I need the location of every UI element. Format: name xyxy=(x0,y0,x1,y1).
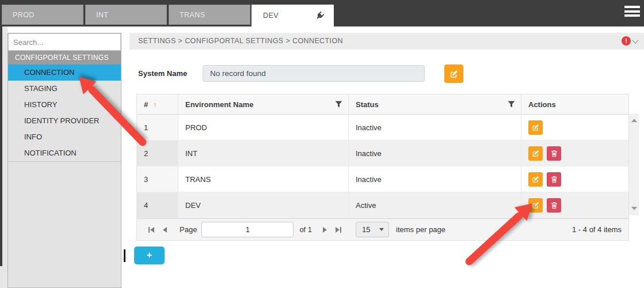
next-page-button[interactable] xyxy=(318,223,331,236)
breadcrumb: SETTINGS > CONFIGPORTAL SETTINGS > CONNE… xyxy=(129,33,644,50)
items-range-label: 1 - 4 of 4 items xyxy=(572,225,622,234)
sidebar-item-info[interactable]: INFO xyxy=(8,129,121,145)
actions-cell xyxy=(521,166,628,192)
status-cell: Inactive xyxy=(349,166,521,192)
trash-icon xyxy=(551,176,558,183)
row-number-cell: 1 xyxy=(137,115,178,140)
first-page-button[interactable] xyxy=(144,223,158,236)
delete-button[interactable] xyxy=(547,198,561,213)
previous-page-button[interactable] xyxy=(158,223,172,236)
sidebar-item-connection[interactable]: CONNECTION xyxy=(8,65,121,81)
environment-name-cell: TRANS xyxy=(178,166,349,192)
left-accent-strip xyxy=(0,26,2,266)
table-body: 1 PROD Inactive xyxy=(137,115,628,218)
table-row: 2 INT Inactive xyxy=(137,141,628,166)
sidebar-item-history[interactable]: HISTORY xyxy=(8,97,121,113)
sidebar-section-header: CONFIGPORTAL SETTINGS xyxy=(8,51,121,65)
tab-label: INT xyxy=(96,11,108,19)
actions-cell xyxy=(521,141,628,166)
column-header-actions: Actions xyxy=(521,94,628,114)
chevron-down-icon xyxy=(379,228,384,231)
page-number-input[interactable] xyxy=(201,222,294,237)
delete-button[interactable] xyxy=(547,146,561,161)
status-cell: Active xyxy=(349,192,521,218)
table-row: 3 TRANS Inactive xyxy=(137,166,628,192)
row-number-cell: 3 xyxy=(137,166,178,192)
pagination-bar: Page of 1 15 items per page 1 - 4 of 4 i… xyxy=(137,218,628,240)
items-per-page-label: items per page xyxy=(396,225,445,234)
column-header-environment-name[interactable]: Environment Name xyxy=(178,94,349,114)
edit-icon xyxy=(532,150,539,157)
env-tab-trans[interactable]: TRANS xyxy=(169,5,250,25)
environment-name-cell: DEV xyxy=(178,192,349,218)
scroll-down-icon[interactable] xyxy=(631,207,637,210)
edit-icon xyxy=(532,202,539,209)
hamburger-menu-icon[interactable] xyxy=(624,6,640,18)
plug-icon xyxy=(315,11,325,21)
column-label: Status xyxy=(356,100,379,109)
edit-button[interactable] xyxy=(528,198,543,213)
table-row: 4 DEV Active xyxy=(137,192,628,218)
environment-name-cell: PROD xyxy=(178,115,349,140)
env-tab-prod[interactable]: PROD xyxy=(2,5,83,25)
filter-icon[interactable] xyxy=(335,101,342,108)
column-header-number[interactable]: # ↑ xyxy=(137,94,178,114)
row-number-cell: 2 xyxy=(137,141,178,166)
edit-icon xyxy=(449,70,458,78)
env-tab-dev[interactable]: DEV xyxy=(251,5,334,26)
scroll-up-icon[interactable] xyxy=(631,119,637,122)
table-scrollbar[interactable] xyxy=(629,113,639,215)
tab-label: DEV xyxy=(263,12,279,20)
filter-icon[interactable] xyxy=(508,101,515,108)
actions-cell xyxy=(521,192,628,218)
tab-label: TRANS xyxy=(180,11,205,19)
edit-button[interactable] xyxy=(528,120,543,135)
page-size-value: 15 xyxy=(362,225,370,234)
page-label: Page xyxy=(180,225,197,234)
env-tab-int[interactable]: INT xyxy=(85,5,167,25)
trash-icon xyxy=(551,202,558,209)
table-header-row: # ↑ Environment Name Status Actions xyxy=(137,94,628,115)
text-cursor-mark xyxy=(124,249,125,262)
sidebar-item-notification[interactable]: NOTIFICATION xyxy=(8,145,121,161)
system-name-field[interactable] xyxy=(203,65,425,82)
column-label: Actions xyxy=(528,100,556,109)
system-name-edit-button[interactable] xyxy=(444,65,463,83)
row-number-cell: 4 xyxy=(137,192,178,218)
column-label: Environment Name xyxy=(185,100,253,109)
system-name-label: System Name xyxy=(138,69,187,78)
environment-name-cell: INT xyxy=(178,141,349,166)
page-size-dropdown[interactable]: 15 xyxy=(356,222,389,237)
sort-ascending-icon: ↑ xyxy=(153,100,157,109)
status-cell: Inactive xyxy=(349,115,521,140)
add-connection-button[interactable]: + xyxy=(134,247,165,264)
page-count-label: of 1 xyxy=(299,225,312,234)
tab-label: PROD xyxy=(13,11,35,19)
sidebar-item-identity-provider[interactable]: IDENTITY PROVIDER xyxy=(8,113,121,129)
delete-button[interactable] xyxy=(547,172,561,187)
table-row: 1 PROD Inactive xyxy=(137,115,628,141)
edit-icon xyxy=(532,124,539,131)
last-page-button[interactable] xyxy=(331,223,345,236)
actions-cell xyxy=(521,115,628,140)
search-input[interactable] xyxy=(8,33,121,51)
edit-icon xyxy=(532,176,539,183)
sidebar-divider xyxy=(8,161,121,162)
edit-button[interactable] xyxy=(528,172,543,187)
error-notification-icon[interactable]: ! xyxy=(622,36,631,46)
trash-icon xyxy=(551,150,558,157)
top-bar: PROD INT TRANS DEV xyxy=(0,0,644,26)
column-header-status[interactable]: Status xyxy=(349,94,521,114)
connections-table: # ↑ Environment Name Status Actions 1 PR… xyxy=(136,94,629,241)
sidebar-item-staging[interactable]: STAGING xyxy=(8,81,121,97)
column-label: # xyxy=(144,100,148,109)
status-cell: Inactive xyxy=(349,141,521,166)
sidebar: CONFIGPORTAL SETTINGS CONNECTION STAGING… xyxy=(7,33,121,288)
edit-button[interactable] xyxy=(528,146,543,161)
